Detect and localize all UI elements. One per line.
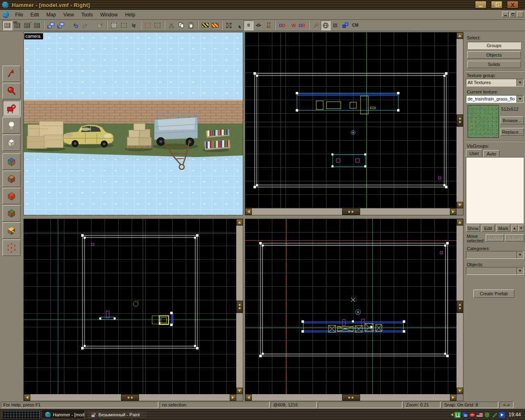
face-edit-button[interactable] (263, 21, 273, 30)
select-by-handles-button[interactable] (224, 21, 234, 30)
dropdown-arrow-icon[interactable] (516, 267, 523, 274)
hide-selected-button[interactable] (143, 21, 153, 30)
texture-lock-button[interactable]: tl (244, 21, 253, 30)
edit-cordon-button[interactable] (210, 21, 220, 30)
tab-user[interactable]: User (466, 149, 482, 157)
compile-cm-button[interactable]: CM (350, 21, 360, 30)
scroll-left-button[interactable] (245, 394, 252, 401)
scroll-down-button[interactable] (236, 388, 243, 394)
undo-button[interactable] (71, 21, 80, 30)
entity-report-button[interactable] (311, 21, 321, 30)
toggle-cordon-button[interactable] (200, 21, 210, 30)
horizontal-scrollbar[interactable] (24, 394, 236, 401)
texture-scale-lock-button[interactable]: ◂tl▸ (253, 21, 263, 30)
dropdown-arrow-icon[interactable] (516, 96, 523, 103)
auto-selection-button[interactable] (234, 21, 244, 30)
scroll-down-button[interactable] (457, 202, 463, 208)
menu-map[interactable]: Map (43, 11, 59, 19)
red-badge-icon[interactable] (469, 412, 475, 418)
menu-file[interactable]: File (11, 11, 27, 19)
scroll-left-button[interactable] (24, 394, 30, 401)
scrollbar-thumb[interactable] (236, 301, 243, 313)
apply-decals-tool-button[interactable] (2, 188, 21, 204)
taskbar-clock[interactable]: 19:44 (509, 412, 521, 418)
run-dd-button[interactable]: DD (277, 21, 287, 30)
visgroup-show-button[interactable]: Show (466, 225, 480, 232)
camera-tool-button[interactable] (2, 100, 21, 116)
toggle-grid-button[interactable] (2, 21, 12, 30)
horizontal-scrollbar[interactable] (245, 208, 457, 215)
visgroup-edit-button[interactable]: Edit (482, 225, 495, 232)
wireframe-toggle-button[interactable] (331, 21, 340, 30)
taskbar-paint-button[interactable]: Безымянный - Paint (87, 410, 148, 419)
mdi-close-button[interactable]: x (517, 11, 523, 17)
display-icon[interactable] (462, 412, 468, 418)
restore-button[interactable] (491, 1, 502, 9)
scroll-up-button[interactable] (457, 32, 463, 39)
ungroup-button[interactable] (119, 21, 129, 30)
utorrent-icon[interactable] (454, 412, 461, 418)
vertical-scrollbar[interactable] (457, 219, 463, 394)
scroll-left-button[interactable] (245, 208, 252, 215)
scroll-right-button[interactable] (450, 208, 457, 215)
horizontal-scrollbar[interactable] (245, 394, 457, 401)
viewport-3d-camera[interactable]: camera (23, 32, 243, 215)
tab-auto[interactable]: Auto (483, 150, 500, 157)
group-button[interactable] (109, 21, 119, 30)
viewport-2d-front[interactable] (23, 219, 243, 401)
vertical-scrollbar[interactable] (236, 219, 243, 394)
entity-tool-button[interactable] (2, 117, 21, 134)
scroll-up-button[interactable] (236, 219, 243, 226)
scrollbar-thumb[interactable] (457, 301, 463, 313)
viewport-mode-label[interactable]: camera (24, 33, 43, 39)
visgroup-mark-button[interactable]: Mark (496, 225, 510, 232)
menu-help[interactable]: Help (121, 11, 139, 19)
sphere-options-button[interactable] (321, 21, 331, 30)
toworld-button[interactable]: toWorld (486, 234, 504, 242)
selection-tool-button[interactable] (2, 66, 21, 82)
tray-collapse-icon[interactable] (451, 413, 453, 416)
dropdown-arrow-icon[interactable] (516, 79, 523, 86)
apply-overlays-tool-button[interactable] (2, 205, 21, 221)
scrollbar-thumb[interactable] (121, 394, 139, 401)
run-or-button[interactable]: OR (297, 21, 307, 30)
browse-button[interactable]: Browse... (500, 116, 524, 124)
magnify-tool-button[interactable] (2, 83, 21, 99)
toentity-button[interactable]: toEntity (505, 234, 524, 242)
viewport-2d-top[interactable] (245, 32, 463, 215)
start-button[interactable] (1, 410, 41, 419)
select-groups-button[interactable]: Groups (467, 42, 521, 49)
model-fade-button[interactable] (340, 21, 350, 30)
vertex-tool-button[interactable] (2, 240, 21, 256)
redo-button[interactable] (80, 21, 90, 30)
scroll-right-button[interactable] (450, 394, 457, 401)
visgroup-down-button[interactable]: ▼ (518, 225, 524, 232)
visgroup-up-button[interactable]: ▲ (511, 225, 518, 232)
media-player-icon[interactable] (499, 412, 505, 418)
clipping-tool-button[interactable] (2, 222, 21, 239)
save-window-state-button[interactable]: S (56, 21, 66, 30)
scrollbar-thumb[interactable] (342, 208, 360, 215)
larger-grid-button[interactable]: + (32, 21, 42, 30)
dropdown-arrow-icon[interactable] (516, 251, 523, 258)
texture-application-tool-button[interactable] (2, 153, 21, 170)
block-tool-button[interactable] (2, 135, 21, 151)
us-flag-icon[interactable] (477, 412, 483, 418)
close-button[interactable]: X (507, 1, 518, 9)
scrollbar-thumb[interactable] (457, 114, 463, 127)
title-bar[interactable]: Hammer - [model.vmf - Right] X (0, 0, 525, 10)
replace-button[interactable]: Replace... (500, 128, 524, 136)
texture-group-combo[interactable]: All Textures (466, 79, 524, 87)
objects-combo[interactable] (466, 267, 524, 275)
paste-button[interactable] (186, 21, 196, 30)
copy-button[interactable] (176, 21, 186, 30)
notes-pencil-icon[interactable] (491, 412, 498, 418)
minimize-button[interactable] (475, 1, 486, 9)
apply-current-texture-tool-button[interactable] (2, 171, 21, 187)
antivirus-shield-icon[interactable] (484, 412, 490, 418)
mdi-restore-button[interactable] (509, 11, 516, 17)
load-window-state-button[interactable]: L (46, 21, 56, 30)
select-objects-button[interactable]: Objects (467, 51, 521, 59)
select-solids-button[interactable]: Solids (467, 61, 521, 68)
menu-view[interactable]: View (59, 11, 78, 19)
